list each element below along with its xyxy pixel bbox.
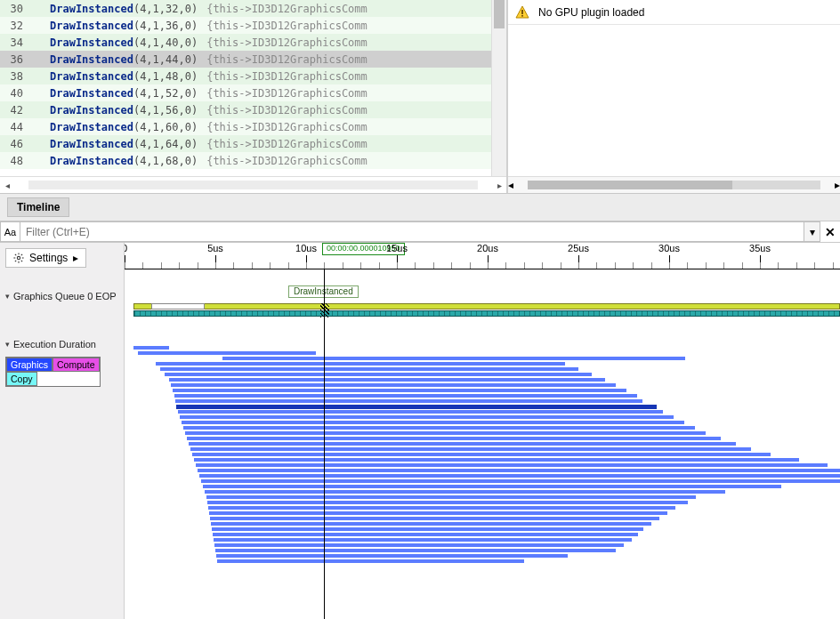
call-list-row[interactable]: 36DrawInstanced(4,1,44,0){this->ID3D12Gr… [0,51,506,68]
call-list-row[interactable]: 38DrawInstanced(4,1,48,0){this->ID3D12Gr… [0,68,506,84]
section-graphics-queue[interactable]: ▾ Graphics Queue 0 EOP [0,287,124,305]
duration-bar[interactable] [196,463,828,467]
filter-input[interactable] [20,221,804,242]
ruler-tick-label: 15us [386,243,408,253]
duration-bar[interactable] [183,426,695,430]
call-list-row[interactable]: 32DrawInstanced(4,1,36,0){this->ID3D12Gr… [0,17,506,34]
legend: Graphics Compute Copy [5,357,101,387]
chevron-right-icon: ▸ [73,252,78,264]
ruler-tick-label: 0 [125,243,127,253]
row-function: DrawInstanced [50,121,133,133]
duration-bar[interactable] [214,543,624,547]
duration-bar[interactable] [160,367,578,371]
duration-bar[interactable] [205,490,725,494]
duration-bar[interactable] [178,410,663,414]
duration-bar[interactable] [211,522,651,526]
duration-bar[interactable] [213,533,638,536]
panel-header: Timeline [0,193,840,221]
horizontal-scrollbar[interactable]: ◂ ▸ [508,176,840,193]
duration-bar[interactable] [180,415,674,419]
row-args: (4,1,52,0) [133,87,198,100]
tab-timeline[interactable]: Timeline [7,197,69,217]
ruler-tick-label: 5us [207,243,223,253]
call-list-row[interactable]: 48DrawInstanced(4,1,68,0){this->ID3D12Gr… [0,152,506,169]
scroll-left-arrow-icon[interactable]: ◂ [0,178,14,192]
duration-bar[interactable] [173,389,626,392]
duration-bar[interactable] [189,442,736,446]
duration-bar[interactable] [175,399,642,403]
duration-bar[interactable] [190,447,751,451]
match-case-button[interactable]: Aa [0,221,20,242]
duration-bar[interactable] [208,506,675,510]
row-args: (4,1,32,0) [133,3,198,15]
row-index: 46 [5,138,50,150]
graphics-queue-track[interactable] [133,303,840,316]
duration-bar[interactable] [214,538,632,542]
vertical-scrollbar[interactable] [491,0,506,176]
duration-bar[interactable] [212,527,643,531]
scroll-right-arrow-icon[interactable]: ▸ [835,179,840,191]
row-args: (4,1,36,0) [133,20,198,32]
playhead[interactable] [324,269,325,619]
call-list-row[interactable]: 42DrawInstanced(4,1,56,0){this->ID3D12Gr… [0,101,506,118]
duration-bar[interactable] [206,495,696,499]
duration-bar[interactable] [169,378,605,382]
scroll-left-arrow-icon[interactable]: ◂ [508,179,513,191]
section-execution-duration[interactable]: ▾ Execution Duration [0,335,124,353]
call-list-row[interactable]: 44DrawInstanced(4,1,60,0){this->ID3D12Gr… [0,118,506,135]
settings-button[interactable]: Settings ▸ [5,248,86,268]
call-list-row[interactable]: 46DrawInstanced(4,1,64,0){this->ID3D12Gr… [0,135,506,152]
row-index: 38 [5,70,50,83]
duration-bar[interactable] [133,346,169,350]
call-list[interactable]: 30DrawInstanced(4,1,32,0){this->ID3D12Gr… [0,0,506,176]
duration-bar[interactable] [207,501,688,504]
row-context: {this->ID3D12GraphicsComm [198,70,368,83]
duration-bar[interactable] [209,511,667,515]
horizontal-scrollbar[interactable]: ◂ ▸ [0,176,506,193]
duration-bar[interactable] [198,469,840,472]
row-function: DrawInstanced [50,138,133,150]
duration-bar[interactable] [138,351,316,355]
row-args: (4,1,44,0) [133,53,198,66]
duration-bar[interactable] [182,421,684,424]
call-list-row[interactable]: 34DrawInstanced(4,1,40,0){this->ID3D12Gr… [0,34,506,51]
warning-text: No GPU plugin loaded [538,6,644,19]
timeline-canvas[interactable]: 00:00:00.000010950 05us10us15us20us25us3… [125,243,840,619]
collapse-icon: ▾ [5,292,10,301]
duration-bar[interactable] [203,485,781,488]
duration-bar[interactable] [216,554,568,558]
duration-bar[interactable] [192,453,771,456]
svg-line-9 [21,261,22,261]
duration-bar[interactable] [185,431,706,435]
row-args: (4,1,64,0) [133,138,198,150]
duration-bar[interactable] [187,437,721,440]
row-function: DrawInstanced [50,36,133,49]
duration-bar[interactable] [165,373,592,376]
filter-bar: Aa ▾ ✕ [0,221,840,243]
call-list-row[interactable]: 40DrawInstanced(4,1,52,0){this->ID3D12Gr… [0,84,506,101]
duration-bar[interactable] [201,479,840,483]
scroll-right-arrow-icon[interactable]: ▸ [492,178,506,192]
duration-bar[interactable] [174,394,637,398]
legend-compute: Compute [52,358,100,372]
duration-bar[interactable] [171,383,616,387]
duration-bar[interactable] [217,559,524,563]
clear-filter-button[interactable]: ✕ [820,221,840,242]
row-index: 32 [5,20,50,32]
row-function: DrawInstanced [50,3,133,15]
svg-line-10 [21,254,22,255]
time-ruler[interactable]: 00:00:00.000010950 05us10us15us20us25us3… [125,243,840,269]
row-context: {this->ID3D12GraphicsComm [198,121,368,133]
ruler-tick-label: 10us [295,243,317,253]
duration-bar[interactable] [210,517,659,520]
call-list-pane: 30DrawInstanced(4,1,32,0){this->ID3D12Gr… [0,0,507,193]
duration-bar[interactable] [176,405,657,409]
call-list-row[interactable]: 30DrawInstanced(4,1,32,0){this->ID3D12Gr… [0,0,506,17]
duration-bar[interactable] [156,362,565,366]
filter-dropdown-button[interactable]: ▾ [804,221,820,242]
duration-bar[interactable] [222,357,685,360]
duration-bar[interactable] [215,549,616,552]
legend-copy: Copy [6,372,37,386]
duration-bar[interactable] [194,458,799,462]
duration-bar[interactable] [199,474,840,478]
